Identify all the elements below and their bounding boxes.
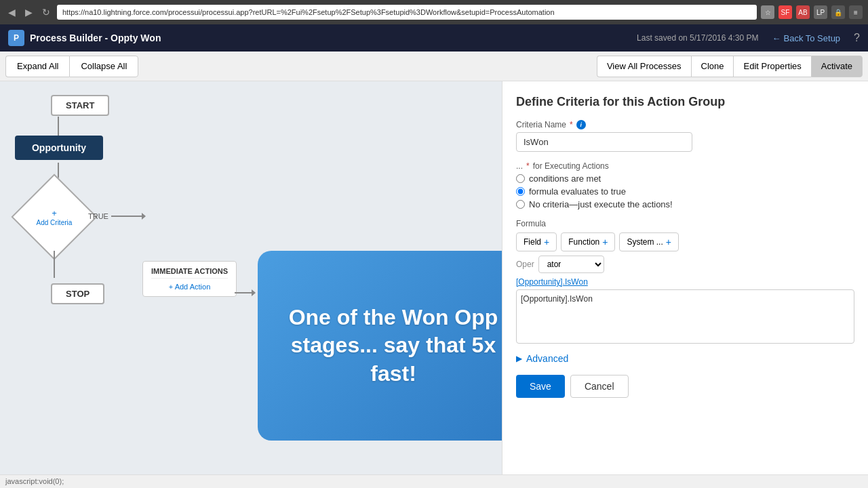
formula-toolbar: Field + Function + System ... +	[516, 232, 854, 251]
radio-conditions-text: conditions are met	[529, 174, 601, 184]
connector-diamond-stop	[54, 251, 55, 278]
ext-icon-5: ≡	[849, 5, 863, 19]
app-header: P Process Builder - Oppty Won Last saved…	[0, 24, 868, 52]
operator-prefix: Oper	[516, 260, 534, 269]
radio-conditions-input[interactable]	[516, 174, 525, 183]
add-action-link[interactable]: + Add Action	[151, 283, 228, 291]
system-button[interactable]: System ... +	[619, 232, 679, 251]
opportunity-node[interactable]: Opportunity	[15, 136, 103, 160]
back-to-setup-label: Back To Setup	[784, 33, 841, 43]
function-button[interactable]: Function +	[561, 232, 615, 251]
immediate-actions-box: IMMEDIATE ACTIONS + Add Action	[142, 261, 237, 297]
url-bar[interactable]	[57, 5, 757, 20]
activate-button[interactable]: Activate	[811, 56, 863, 77]
formula-value-display: [Opportunity].IsWon	[516, 277, 854, 287]
advanced-label: Advanced	[526, 353, 568, 364]
radio-no-criteria[interactable]: No criteria—just execute the actions!	[516, 199, 854, 209]
back-to-setup-link[interactable]: ← Back To Setup	[772, 33, 841, 43]
panel-title: Define Criteria for this Action Group	[516, 95, 854, 109]
save-button[interactable]: Save	[516, 375, 565, 398]
true-arrow-line	[111, 216, 145, 217]
formula-label: Formula	[516, 219, 854, 228]
browser-chrome: ◀ ▶ ↻ ☆ SF AB LP 🔒 ≡	[0, 0, 868, 24]
advanced-section[interactable]: ▶ Advanced	[516, 353, 854, 364]
canvas: START Opportunity + Add Criteria TRUE	[0, 81, 502, 488]
toolbar-right: View All Processes Clone Edit Properties…	[597, 56, 863, 77]
required-star: *	[570, 120, 573, 129]
last-saved-text: Last saved on 5/17/2016 4:30 PM	[637, 33, 758, 43]
stop-node: STOP	[37, 278, 104, 304]
criteria-name-label: Criteria Name * i	[516, 120, 854, 129]
executing-actions-group: ... * for Executing Actions conditions a…	[516, 161, 854, 209]
criteria-diamond[interactable]: + Add Criteria	[24, 186, 85, 247]
status-bar: javascript:void(0);	[0, 474, 868, 488]
view-all-processes-button[interactable]: View All Processes	[597, 56, 691, 77]
criteria-name-input[interactable]	[516, 132, 692, 152]
criteria-name-group: Criteria Name * i	[516, 120, 854, 152]
radio-formula-input[interactable]	[516, 187, 525, 196]
add-criteria-label[interactable]: + Add Criteria	[37, 208, 73, 226]
executing-actions-label-text: ...	[516, 161, 523, 171]
formula-section: Formula Field + Function + System ... + …	[516, 219, 854, 344]
star-icon: ☆	[761, 5, 774, 19]
ext-icon-2: AB	[796, 5, 810, 19]
field-btn-label: Field	[524, 237, 541, 247]
radio-options: conditions are met formula evaluates to …	[516, 174, 854, 209]
function-btn-label: Function	[568, 237, 599, 247]
help-button[interactable]: ?	[854, 32, 860, 44]
opportunity-label: Opportunity	[15, 136, 103, 160]
tooltip-text: One of the Won Opp stages... say that 5x…	[278, 304, 502, 388]
start-node: START	[37, 95, 109, 116]
ext-icon-3: LP	[814, 5, 827, 19]
radio-no-criteria-input[interactable]	[516, 200, 525, 209]
radio-formula-text: formula evaluates to true	[529, 186, 626, 197]
formula-box[interactable]: [Opportunity].IsWon	[516, 289, 854, 344]
add-criteria-text: Add Criteria	[37, 219, 73, 226]
radio-conditions[interactable]: conditions are met	[516, 174, 854, 184]
cancel-button[interactable]: Cancel	[570, 375, 629, 398]
forward-btn[interactable]: ▶	[22, 5, 35, 19]
system-plus-icon: +	[666, 237, 671, 247]
radio-formula[interactable]: formula evaluates to true	[516, 186, 854, 197]
after-arrow-line	[235, 292, 255, 293]
diamond-shape: + Add Criteria	[11, 174, 97, 260]
formula-box-content: [Opportunity].IsWon	[521, 294, 593, 304]
true-label: TRUE	[88, 212, 108, 220]
expand-all-button[interactable]: Expand All	[5, 56, 69, 77]
stop-label: STOP	[51, 283, 104, 304]
ext-icon-1: SF	[778, 5, 792, 19]
operator-select[interactable]: ator Equals Not Equals	[538, 256, 604, 273]
refresh-btn[interactable]: ↻	[39, 5, 53, 19]
collapse-all-button[interactable]: Collapse All	[69, 56, 138, 77]
status-text: javascript:void(0);	[5, 477, 64, 485]
clone-button[interactable]: Clone	[691, 56, 734, 77]
executing-actions-label: ... * for Executing Actions	[516, 161, 854, 171]
edit-properties-button[interactable]: Edit Properties	[733, 56, 810, 77]
field-plus-icon: +	[544, 237, 549, 247]
advanced-chevron-icon: ▶	[516, 354, 522, 363]
back-arrow-icon: ←	[772, 33, 781, 43]
immediate-actions-title: IMMEDIATE ACTIONS	[151, 267, 228, 279]
back-btn[interactable]: ◀	[5, 5, 18, 19]
true-branch: TRUE	[88, 212, 145, 220]
app-title: Process Builder - Oppty Won	[30, 33, 637, 43]
ext-icon-4: 🔒	[831, 5, 845, 19]
function-plus-icon: +	[602, 237, 608, 247]
right-panel: Define Criteria for this Action Group Cr…	[502, 81, 868, 488]
executing-required-star: *	[526, 161, 530, 171]
executing-actions-label-suffix: for Executing Actions	[533, 161, 609, 171]
start-label: START	[51, 95, 109, 116]
app-logo: P	[8, 30, 24, 46]
actions-bar: Save Cancel	[516, 375, 854, 398]
formula-operator-row: Oper ator Equals Not Equals	[516, 256, 854, 273]
true-arrowhead	[142, 213, 149, 220]
radio-no-criteria-text: No criteria—just execute the actions!	[529, 199, 673, 209]
main-container: START Opportunity + Add Criteria TRUE	[0, 81, 868, 488]
connector-start-opp	[58, 117, 59, 136]
field-button[interactable]: Field +	[516, 232, 557, 251]
toolbar-left: Expand All Collapse All	[5, 56, 597, 77]
plus-icon: +	[52, 208, 57, 218]
system-btn-label: System ...	[627, 237, 663, 247]
browser-icons: ☆ SF AB LP 🔒 ≡	[761, 5, 863, 19]
info-icon[interactable]: i	[576, 120, 586, 129]
